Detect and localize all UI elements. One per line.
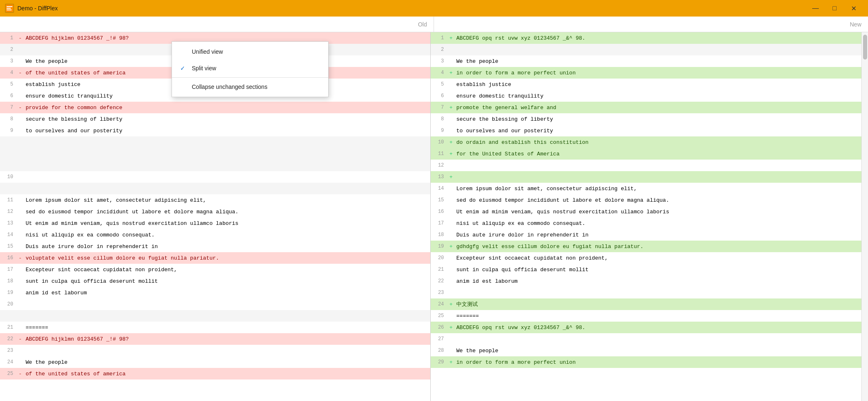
unified-view-menu-item[interactable]: ✓ Unified view [172, 43, 328, 60]
old-line-num-14: 11 [0, 197, 17, 203]
new-line-num-19: 20 [431, 255, 447, 261]
old-line-10 [0, 148, 430, 160]
new-line-17: 18Duis aute irure dolor in reprehenderit… [431, 229, 861, 241]
old-line-num-20: 17 [0, 267, 17, 272]
new-line-2: 3We the people [431, 55, 861, 67]
old-line-num-8: 9 [0, 128, 17, 134]
new-line-content-8: to ourselves and our posterity [455, 128, 861, 134]
collapse-unchanged-label: Collapse unchanged sections [192, 84, 267, 90]
new-line-content-25: ABCDEFG opq rst uvw xyz 01234567 _&^ 98. [455, 325, 861, 331]
old-line-11 [0, 160, 430, 171]
new-line-content-2: We the people [455, 58, 861, 64]
new-line-num-8: 9 [431, 128, 447, 134]
old-line-num-3: 4 [0, 70, 17, 76]
new-line-content-15: Ut enim ad minim veniam, quis nostrud ex… [455, 209, 861, 215]
split-view-label: Split view [192, 65, 216, 72]
old-line-content-21: sunt in culpa qui officia deserunt molli… [24, 278, 430, 284]
old-line-content-25: ======= [24, 325, 430, 331]
new-line-22: 23 [431, 287, 861, 298]
new-line-content-3: in order to form a more perfect union [455, 70, 861, 76]
new-line-content-21: anim id est laborum [455, 278, 861, 284]
main-area: Old New 1-ABCDEFG hijklmn 01234567 _!# 9… [0, 17, 868, 401]
old-line-num-15: 12 [0, 209, 17, 215]
new-line-num-26: 27 [431, 336, 447, 342]
new-line-11: 12 [431, 160, 861, 171]
old-line-num-29: 25 [0, 371, 17, 377]
new-line-marker-28: + [447, 359, 455, 365]
new-line-content-27: We the people [455, 348, 861, 354]
old-line-20: 17Excepteur sint occaecat cupidatat non … [0, 264, 430, 275]
new-line-3: 4+in order to form a more perfect union [431, 67, 861, 79]
old-line-content-17: nisi ut aliquip ex ea commodo consequat. [24, 232, 430, 238]
new-line-marker-6: + [447, 105, 455, 111]
diff-content: 1-ABCDEFG hijklmn 01234567 _!# 98?23We t… [0, 32, 868, 401]
old-line-content-29: of the united states of america [24, 371, 430, 377]
new-line-27: 28We the people [431, 345, 861, 356]
context-menu: ✓ Unified view ✓ Split view ✓ Collapse u… [172, 41, 329, 97]
new-line-marker-0: + [447, 35, 455, 41]
collapse-unchanged-menu-item[interactable]: ✓ Collapse unchanged sections [172, 79, 328, 95]
old-line-15: 12sed do eiusmod tempor incididunt ut la… [0, 206, 430, 217]
new-line-num-3: 4 [431, 70, 447, 76]
close-button[interactable]: ✕ [844, 0, 863, 17]
old-line-num-26: 22 [0, 336, 17, 342]
old-line-num-28: 24 [0, 359, 17, 365]
new-line-num-23: 24 [431, 301, 447, 307]
diff-pane: Old New 1-ABCDEFG hijklmn 01234567 _!# 9… [0, 17, 868, 401]
new-line-num-6: 7 [431, 105, 447, 110]
split-view-menu-item[interactable]: ✓ Split view [172, 60, 328, 76]
new-line-content-28: in order to form a more perfect union [455, 359, 861, 365]
old-line-content-19: voluptate velit esse cillum dolore eu fu… [24, 255, 430, 261]
new-line-0: 1+ABCDEFG opq rst uvw xyz 01234567 _&^ 9… [431, 32, 861, 44]
new-line-content-4: establish justice [455, 81, 861, 88]
titlebar: Demo - DiffPlex — □ ✕ [0, 0, 868, 17]
old-line-29: 25-of the united states of america [0, 368, 430, 380]
old-line-18: 15Duis aute irure dolor in reprehenderit… [0, 241, 430, 252]
new-line-num-4: 5 [431, 81, 447, 87]
new-line-marker-9: + [447, 139, 455, 146]
scrollbar-thumb[interactable] [863, 35, 867, 60]
new-line-content-24: ======= [455, 313, 861, 319]
new-line-num-17: 18 [431, 232, 447, 238]
minimize-button[interactable]: — [806, 0, 825, 17]
scrollbar-track[interactable] [861, 32, 868, 401]
new-line-14: 15sed do eiusmod tempor incididunt ut la… [431, 194, 861, 206]
new-line-num-2: 3 [431, 58, 447, 64]
old-line-marker-19: - [17, 255, 24, 261]
new-line-num-10: 11 [431, 151, 447, 157]
new-line-4: 5establish justice [431, 79, 861, 90]
old-line-8: 9to ourselves and our posterity [0, 125, 430, 136]
old-line-27: 23 [0, 345, 430, 356]
new-line-13: 14Lorem ipsum dolor sit amet, consectetu… [431, 183, 861, 194]
new-line-content-19: Excepteur sint occaecat cupidatat non pr… [455, 255, 861, 261]
column-headers: Old New [0, 17, 868, 32]
new-line-content-17: Duis aute irure dolor in reprehenderit i… [455, 232, 861, 238]
new-line-24: 25======= [431, 310, 861, 322]
old-line-marker-6: - [17, 105, 24, 111]
new-line-8: 9to ourselves and our posterity [431, 125, 861, 136]
old-line-25: 21======= [0, 322, 430, 333]
old-line-num-23: 20 [0, 301, 17, 307]
new-line-15: 16Ut enim ad minim veniam, quis nostrud … [431, 206, 861, 217]
new-line-num-22: 23 [431, 290, 447, 296]
new-line-num-1: 2 [431, 47, 447, 53]
new-diff-side: 1+ABCDEFG opq rst uvw xyz 01234567 _&^ 9… [431, 32, 861, 401]
old-line-content-18: Duis aute irure dolor in reprehenderit i… [24, 243, 430, 250]
old-line-content-20: Excepteur sint occaecat cupidatat non pr… [24, 267, 430, 273]
new-line-content-14: sed do eiusmod tempor incididunt ut labo… [455, 197, 861, 203]
old-line-num-6: 7 [0, 105, 17, 110]
titlebar-title: Demo - DiffPlex [17, 5, 58, 12]
new-line-10: 11+for the United States of America [431, 148, 861, 160]
new-line-num-25: 26 [431, 325, 447, 330]
new-line-marker-25: + [447, 325, 455, 331]
svg-rect-2 [7, 8, 11, 9]
new-line-1: 2 [431, 44, 861, 55]
new-line-num-28: 29 [431, 359, 447, 365]
maximize-button[interactable]: □ [825, 0, 844, 17]
old-line-marker-29: - [17, 371, 24, 377]
old-line-content-8: to ourselves and our posterity [24, 128, 430, 134]
new-line-num-5: 6 [431, 93, 447, 99]
split-view-check-icon: ✓ [179, 64, 187, 72]
new-line-content-7: secure the blessing of liberty [455, 116, 861, 122]
old-line-23: 20 [0, 298, 430, 310]
